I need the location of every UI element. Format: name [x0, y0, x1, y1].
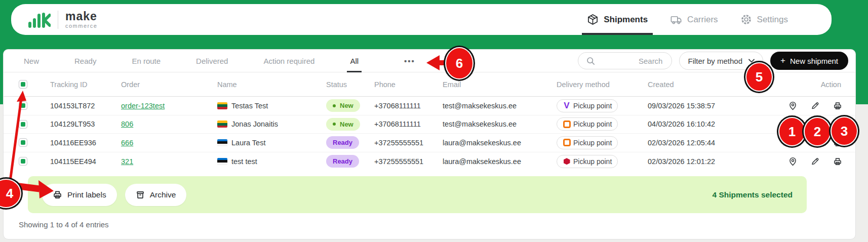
tracking-id: 104153LT872	[50, 102, 121, 110]
edit-button[interactable]	[811, 157, 819, 166]
nav-item-settings[interactable]: Settings	[740, 4, 788, 35]
nav-label: Carriers	[687, 15, 718, 25]
search-box[interactable]	[578, 52, 672, 69]
status-badge: Ready	[326, 136, 359, 149]
col-action: Action	[784, 80, 855, 89]
annotation-circle-1: 1	[779, 118, 805, 145]
edit-button[interactable]	[811, 101, 819, 110]
customer-name: test test	[231, 157, 257, 166]
printer-icon	[833, 157, 842, 166]
col-email: Email	[443, 80, 557, 89]
country-flag-icon	[217, 120, 227, 128]
annotation-circle-3: 3	[832, 117, 857, 145]
tracking-id: 104115EE494	[50, 157, 121, 166]
entries-summary: Showing 1 to 4 of 4 entries	[19, 220, 109, 229]
phone-number: +37255555551	[374, 157, 443, 166]
pickup-location-button[interactable]	[788, 101, 797, 110]
order-link[interactable]: 666	[121, 139, 133, 147]
order-link[interactable]: order-123test	[121, 102, 165, 110]
row-checkbox[interactable]	[19, 138, 27, 147]
col-tracking-id: Tracking ID	[50, 80, 121, 89]
pencil-icon	[811, 157, 819, 166]
search-input[interactable]	[599, 56, 663, 66]
created-timestamp: 02/03/2026 12:01:22	[648, 157, 784, 166]
status-tabs-row: New Ready En route Delivered Action requ…	[4, 50, 855, 72]
tracking-id: 104116EE936	[50, 139, 121, 147]
tab-ready[interactable]: Ready	[74, 50, 96, 72]
nav-label: Settings	[757, 15, 788, 25]
phone-number: +37068111111	[374, 120, 443, 128]
email-address: test@maksekeskus.ee	[443, 102, 557, 110]
email-address: test@maksekeskus.ee	[443, 120, 557, 128]
selection-action-bar: Print labels Archive 4 Shipments selecte…	[28, 176, 807, 213]
plus-icon: +	[780, 56, 785, 66]
email-address: laura@maksekeskus.ee	[443, 139, 557, 147]
selected-count-text: 4 Shipments selected	[712, 190, 793, 199]
logo-divider	[58, 11, 58, 29]
table-body: 104153LT872 order-123test Testas Test Ne…	[4, 97, 855, 171]
row-checkbox[interactable]	[19, 120, 27, 129]
top-header: make commerce Shipments Carriers Setting…	[11, 4, 832, 35]
new-shipment-button[interactable]: + New shipment	[770, 52, 848, 70]
col-order: Order	[121, 80, 217, 89]
printer-icon	[53, 190, 62, 199]
customer-name: Testas Test	[231, 102, 268, 110]
carrier-logo-icon	[563, 157, 571, 166]
tab-en-route[interactable]: En route	[132, 50, 161, 72]
col-delivery-method: Delivery method	[557, 80, 648, 89]
archive-button[interactable]: Archive	[125, 184, 187, 206]
checkbox-check	[21, 140, 25, 145]
tab-new[interactable]: New	[24, 50, 39, 72]
created-timestamp: 04/03/2026 16:10:42	[648, 120, 784, 128]
table-row: 104116EE936 666 Laura Test Ready +372555…	[4, 134, 855, 152]
shipments-panel: New Ready En route Delivered Action requ…	[3, 49, 856, 239]
status-badge: Ready	[326, 155, 359, 168]
annotation-circle-5: 5	[746, 63, 772, 91]
print-button[interactable]	[833, 101, 842, 110]
nav-item-shipments[interactable]: Shipments	[587, 4, 648, 35]
order-link[interactable]: 321	[121, 157, 133, 166]
table-header-row: Tracking ID Order Name Status Phone Emai…	[4, 72, 855, 97]
checkbox-check	[21, 122, 25, 127]
col-phone: Phone	[374, 80, 443, 89]
delivery-method-badge: Pickup point	[557, 99, 618, 112]
country-flag-icon	[217, 102, 227, 109]
table-row: 104115EE494 321 test test Ready +3725555…	[4, 152, 855, 171]
table-row: 104153LT872 order-123test Testas Test Ne…	[4, 97, 855, 115]
select-all-checkbox[interactable]	[19, 80, 27, 89]
carrier-logo-icon	[563, 102, 571, 110]
nav-item-carriers[interactable]: Carriers	[670, 4, 718, 35]
print-labels-button[interactable]: Print labels	[42, 184, 117, 206]
tab-action-required[interactable]: Action required	[263, 50, 314, 72]
map-pin-icon	[788, 101, 797, 110]
country-flag-icon	[217, 139, 227, 146]
table-row: 104129LT953 806 Jonas Jonaitis New +3706…	[4, 115, 855, 134]
phone-number: +37255555551	[374, 139, 443, 147]
country-flag-icon	[217, 158, 227, 165]
logo-text-make: make	[65, 11, 97, 22]
order-link[interactable]: 806	[121, 120, 133, 128]
pickup-location-button[interactable]	[788, 157, 797, 166]
status-badge: New	[326, 118, 360, 131]
tab-more-dots[interactable]: •••	[404, 50, 415, 72]
delivery-method-badge: Pickup point	[557, 117, 618, 131]
checkbox-check	[21, 103, 25, 108]
checkbox-check	[21, 82, 25, 87]
delivery-method-label: Pickup point	[573, 157, 612, 166]
print-labels-label: Print labels	[67, 190, 106, 199]
row-checkbox[interactable]	[19, 157, 27, 166]
logo-bars-icon	[28, 12, 51, 28]
col-status: Status	[326, 80, 374, 89]
row-checkbox[interactable]	[19, 101, 27, 110]
archive-label: Archive	[150, 190, 176, 199]
pencil-icon	[811, 101, 819, 110]
print-button[interactable]	[833, 157, 842, 166]
truck-icon	[670, 14, 682, 25]
tab-delivered[interactable]: Delivered	[196, 50, 228, 72]
logo-text-commerce: commerce	[65, 23, 97, 29]
logo-wordmark: make commerce	[65, 11, 97, 29]
tab-all[interactable]: All	[350, 50, 359, 72]
status-badge: New	[326, 99, 360, 112]
nav-label: Shipments	[604, 15, 648, 25]
filter-label: Filter by method	[688, 57, 742, 65]
